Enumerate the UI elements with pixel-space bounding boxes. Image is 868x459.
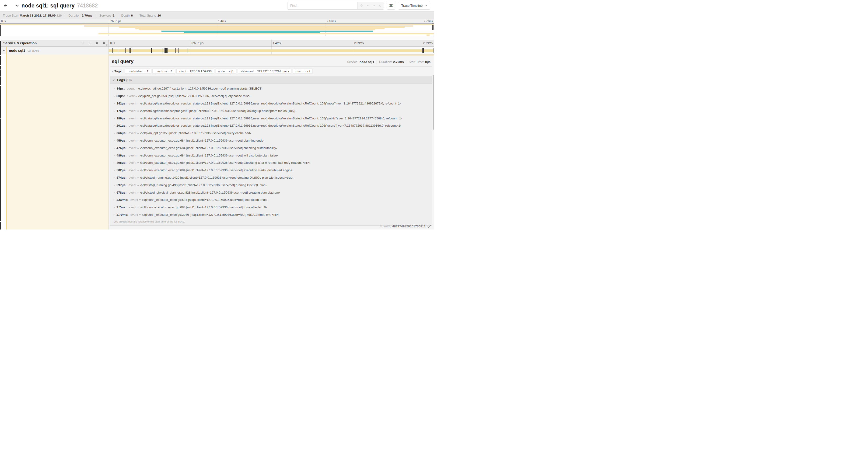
log-row[interactable]: ›142μs:event = ‹sql/catalog/lease/descri… [110, 100, 432, 107]
log-field-key: event [129, 191, 136, 194]
log-row[interactable]: ›502μs:event = ‹sql/conn_executor_exec.g… [110, 167, 432, 174]
chevron-down-icon[interactable] [2, 49, 5, 52]
log-timestamp: 80μs: [117, 94, 125, 98]
scrollbar-thumb[interactable] [433, 75, 434, 130]
log-field-key: event [130, 213, 138, 217]
log-row[interactable]: ›495μs:event = ‹sql/conn_executor_exec.g… [110, 159, 432, 167]
log-timestamp: 495μs: [117, 161, 126, 164]
log-field-value: ‹sql/conn_executor_exec.go:684 [nsql1,cl… [140, 154, 278, 157]
log-row[interactable]: ›2.69ms:event = ‹sql/conn_executor_exec.… [110, 196, 432, 204]
view-selector-button[interactable]: Trace Timeline [398, 2, 430, 9]
service-label: Service: [347, 60, 359, 64]
minimap-canvas[interactable] [0, 23, 434, 36]
log-field-key: event [129, 168, 136, 172]
chevron-right-icon: › [114, 205, 115, 209]
chevron-right-icon: › [114, 161, 115, 164]
timeline-tick: 2.09ms [354, 40, 364, 47]
deep-link-icon[interactable] [427, 224, 431, 228]
find-input[interactable] [287, 2, 358, 9]
collapse-controls [81, 41, 106, 45]
start-time-value: 0μs [425, 60, 431, 64]
span-duration-bar[interactable] [109, 49, 434, 52]
back-button[interactable] [0, 0, 11, 11]
log-field-value: ‹sql/conn_executor_exec.go:684 [nsql1,cl… [140, 139, 265, 142]
trace-timeline-page: node sql1: sql query 7418682 [0, 0, 434, 230]
log-row[interactable]: ›366μs:event = ‹sql/plan_opt.go:358 [nsq… [110, 129, 432, 137]
keyboard-shortcuts-button[interactable]: ⌘ [387, 2, 395, 9]
column-resize-grip[interactable] [106, 44, 108, 46]
log-field-equals: = [136, 102, 140, 105]
prev-match-icon[interactable] [365, 2, 371, 9]
log-field-key: event [129, 154, 136, 157]
tags-toggle[interactable]: Tags: [114, 69, 123, 73]
log-field-key: event [129, 161, 136, 164]
log-field-value: ‹sql/catalog/lease/descriptor_version_st… [140, 124, 401, 127]
chevron-right-icon: › [114, 168, 115, 172]
log-timestamp: 201μs: [117, 124, 126, 127]
log-marker-tick [132, 48, 132, 53]
log-field-value: ‹sql/plan_opt.go:358 [nsql1,client=127.0… [138, 94, 250, 98]
timeline-gridline [271, 40, 272, 46]
detail-header: sql query Service: node sql1 Duration: 2… [110, 56, 432, 66]
log-field-value: ‹sql/conn_executor_exec.go:684 [nsql1,cl… [140, 168, 293, 172]
tags-row: › Tags: _unfinished = 1_verbose = 1clien… [110, 67, 432, 76]
minimap-left-drag-handle[interactable] [0, 24, 1, 36]
log-row[interactable]: ›2.7ms:event = ‹sql/conn_executor_exec.g… [110, 204, 432, 211]
timeline-gridline [190, 40, 190, 46]
collapse-trace-icon[interactable] [15, 3, 19, 8]
log-marker-tick [129, 48, 129, 53]
logs-toggle[interactable]: Logs (18) [110, 77, 432, 84]
tag-value: 1 [171, 69, 173, 73]
log-row[interactable]: ›574μs:event = ‹sql/distsql_running.go:1… [110, 174, 432, 182]
next-match-icon[interactable] [371, 2, 377, 9]
log-row[interactable]: ›486μs:event = ‹sql/conn_executor_exec.g… [110, 152, 432, 159]
span-row: node sql1 sql query [0, 47, 434, 54]
log-timestamp: 34μs: [117, 87, 125, 90]
log-field-equals: = [138, 213, 142, 217]
log-timestamp: 366μs: [117, 131, 126, 135]
log-row[interactable]: ›678μs:event = ‹sql/distsql_physical_pla… [110, 189, 432, 196]
services-label: Services [99, 14, 111, 17]
tag-key: client [179, 69, 186, 73]
trace-title-wrap: node sql1: sql query 7418682 [15, 3, 98, 9]
log-timestamp: 176μs: [117, 109, 126, 113]
expand-all-icon[interactable] [102, 41, 106, 45]
span-row-label[interactable]: node sql1 sql query [0, 47, 109, 54]
log-timestamp: 678μs: [117, 191, 126, 194]
focus-match-icon[interactable] [359, 2, 365, 9]
log-row[interactable]: ›176μs:event = ‹sql/catalog/descs/descri… [110, 107, 432, 114]
page-title: node sql1: sql query [22, 3, 75, 9]
collapse-all-icon[interactable] [95, 41, 99, 45]
span-bar-track[interactable] [109, 47, 434, 54]
log-row[interactable]: ›2.79ms:event = ‹sql/conn_executor_exec.… [110, 211, 432, 219]
log-row[interactable]: ›34μs:event = ‹sql/exec_util.go:2297 [ns… [110, 85, 432, 92]
log-field-key: event [129, 109, 136, 113]
log-row[interactable]: ›459μs:event = ‹sql/conn_executor_exec.g… [110, 137, 432, 144]
top-bar-actions: ⌘ Trace Timeline [287, 2, 430, 9]
log-field-equals: = [136, 154, 140, 157]
log-field-equals: = [136, 131, 140, 135]
tag-pill: client = 127.0.0.1:59936 [177, 69, 214, 74]
chevron-right-icon: › [114, 198, 115, 201]
chevron-right-icon[interactable]: › [112, 69, 113, 73]
log-row[interactable]: ›80μs:event = ‹sql/plan_opt.go:358 [nsql… [110, 92, 432, 100]
log-row[interactable]: ›189μs:event = ‹sql/catalog/lease/descri… [110, 114, 432, 122]
log-field-key: event [129, 146, 136, 150]
clear-find-icon[interactable] [377, 2, 383, 9]
log-row[interactable]: ›597μs:event = ‹sql/distsql_running.go:4… [110, 181, 432, 189]
chevron-right-icon: › [114, 146, 115, 150]
timeline-ruler: 0μs 697.75μs 1.4ms 2.09ms 2.79ms [109, 40, 434, 46]
log-field-equals: = [136, 146, 140, 150]
log-field-key: event [129, 124, 136, 127]
total-spans-value: 10 [157, 14, 161, 17]
log-marker-tick [434, 48, 434, 53]
log-row[interactable]: ›201μs:event = ‹sql/catalog/lease/descri… [110, 122, 432, 129]
collapse-one-icon[interactable] [81, 41, 85, 45]
trace-start-label: Trace Start [3, 14, 18, 17]
find-group [287, 2, 384, 9]
log-field-equals: = [136, 191, 140, 194]
expand-one-icon[interactable] [88, 41, 92, 45]
service-value: node sql1 [360, 60, 374, 64]
log-row[interactable]: ›476μs:event = ‹sql/conn_executor_exec.g… [110, 144, 432, 152]
log-timestamp: 597μs: [117, 183, 126, 187]
